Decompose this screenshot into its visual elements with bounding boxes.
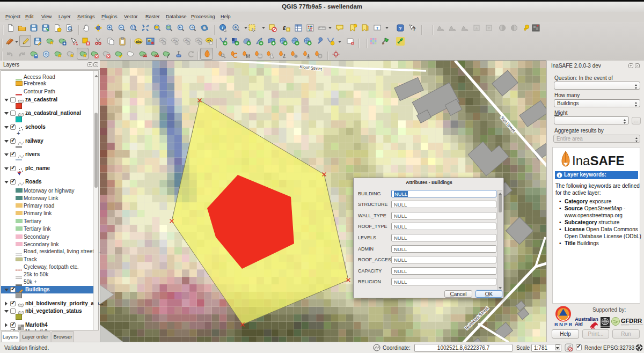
svg-text:?: ? (413, 26, 416, 32)
svg-text:?: ? (399, 26, 402, 31)
svg-text:1:1: 1:1 (131, 26, 135, 29)
svg-text:abc: abc (136, 40, 142, 43)
svg-text:T: T (376, 26, 379, 31)
svg-text:Stel Street: Stel Street (499, 115, 516, 134)
svg-text:ε: ε (283, 24, 286, 32)
svg-text:BNPB: BNPB (554, 321, 572, 327)
svg-text:InaSAFE: InaSAFE (572, 153, 624, 168)
svg-text:ab: ab (148, 40, 151, 42)
